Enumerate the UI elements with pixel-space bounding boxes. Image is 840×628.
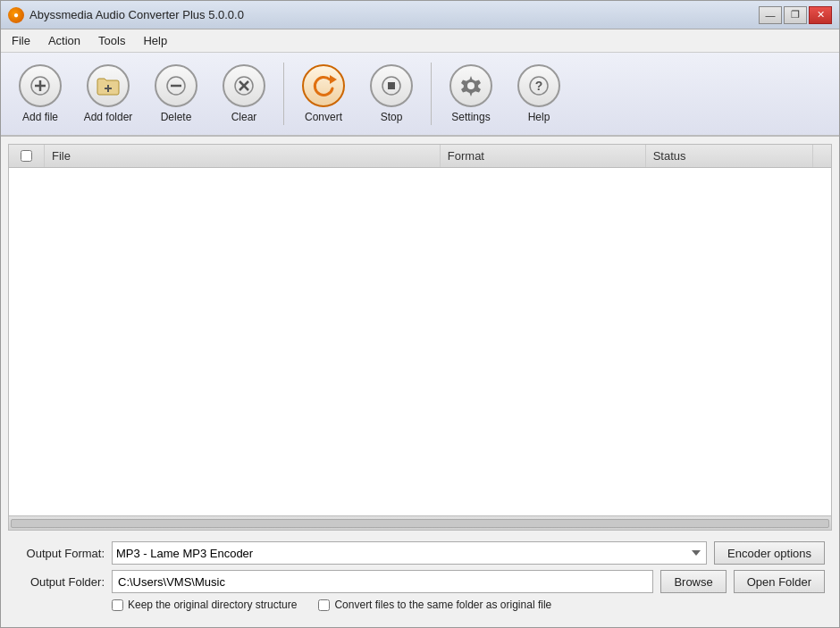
encoder-options-button[interactable]: Encoder options — [714, 541, 825, 565]
settings-label: Settings — [451, 111, 490, 123]
clear-button[interactable]: Clear — [212, 58, 276, 130]
add-folder-icon — [87, 64, 130, 107]
app-icon: ● — [8, 7, 24, 23]
maximize-button[interactable]: ❐ — [784, 6, 807, 24]
menu-file[interactable]: File — [4, 31, 38, 50]
output-format-select[interactable]: MP3 - Lame MP3 Encoder — [112, 541, 707, 565]
toolbar-separator — [283, 63, 284, 125]
bottom-panel: Output Format: MP3 - Lame MP3 Encoder En… — [8, 536, 832, 620]
col-format-label: Format — [448, 149, 484, 163]
table-body — [9, 168, 831, 515]
output-folder-label: Output Folder: — [15, 575, 105, 589]
open-folder-button[interactable]: Open Folder — [734, 570, 825, 593]
keep-dir-structure-checkbox[interactable] — [112, 599, 123, 611]
menu-help[interactable]: Help — [136, 31, 174, 50]
table-header: File Format Status — [9, 145, 831, 168]
checkbox-row: Keep the original directory structure Co… — [15, 599, 825, 615]
same-folder-item: Convert files to the same folder as orig… — [318, 599, 551, 611]
col-file-label: File — [52, 149, 71, 163]
svg-rect-12 — [388, 82, 395, 89]
same-folder-label: Convert files to the same folder as orig… — [334, 599, 551, 611]
output-folder-row: Output Folder: Browse Open Folder — [15, 570, 825, 593]
add-file-label: Add file — [22, 111, 58, 123]
help-icon: ? — [517, 64, 560, 107]
clear-icon — [223, 64, 265, 107]
toolbar-separator-2 — [431, 63, 432, 125]
main-content: File Format Status Output Format: — [1, 137, 839, 627]
header-checkbox-col — [9, 145, 45, 167]
header-file-col: File — [45, 145, 441, 167]
output-format-row: Output Format: MP3 - Lame MP3 Encoder En… — [15, 541, 825, 565]
help-label: Help — [528, 111, 550, 123]
minimize-button[interactable]: — — [759, 6, 782, 24]
add-file-icon — [19, 64, 62, 107]
window-title: Abyssmedia Audio Converter Plus 5.0.0.0 — [29, 8, 759, 21]
help-button[interactable]: ? Help — [507, 58, 571, 130]
stop-button[interactable]: Stop — [359, 58, 424, 130]
scrollbar-area — [9, 515, 831, 530]
output-folder-input[interactable] — [112, 570, 653, 593]
clear-label: Clear — [231, 111, 257, 123]
settings-icon — [449, 64, 492, 107]
delete-button[interactable]: Delete — [144, 58, 208, 130]
add-folder-button[interactable]: Add folder — [76, 58, 140, 130]
keep-dir-structure-item: Keep the original directory structure — [112, 599, 297, 611]
title-bar: ● Abyssmedia Audio Converter Plus 5.0.0.… — [1, 1, 839, 29]
browse-button[interactable]: Browse — [660, 570, 726, 593]
select-all-checkbox[interactable] — [21, 150, 32, 162]
keep-dir-structure-label: Keep the original directory structure — [128, 599, 297, 611]
svg-text:?: ? — [535, 79, 543, 93]
header-format-col: Format — [441, 145, 646, 167]
stop-label: Stop — [381, 111, 403, 123]
same-folder-checkbox[interactable] — [318, 599, 330, 611]
menu-action[interactable]: Action — [41, 31, 88, 50]
convert-button[interactable]: Convert — [291, 58, 356, 130]
header-status-col: Status — [646, 145, 813, 167]
file-table: File Format Status — [8, 144, 832, 531]
main-window: ● Abyssmedia Audio Converter Plus 5.0.0.… — [0, 0, 840, 628]
toolbar: Add file Add folder Delete Clear — [1, 53, 839, 137]
menu-tools[interactable]: Tools — [91, 31, 132, 50]
delete-label: Delete — [161, 111, 192, 123]
horizontal-scrollbar[interactable] — [11, 519, 829, 528]
convert-label: Convert — [305, 111, 342, 123]
menubar: File Action Tools Help — [1, 29, 839, 53]
stop-icon — [370, 64, 413, 107]
close-button[interactable]: ✕ — [809, 6, 832, 24]
delete-icon — [155, 64, 197, 107]
col-status-label: Status — [653, 149, 686, 163]
output-format-label: Output Format: — [15, 547, 105, 560]
convert-icon — [302, 64, 345, 107]
window-controls: — ❐ ✕ — [759, 6, 832, 24]
svg-marker-10 — [330, 75, 337, 84]
add-file-button[interactable]: Add file — [8, 58, 72, 130]
add-folder-label: Add folder — [84, 111, 133, 123]
svg-point-14 — [467, 82, 475, 89]
settings-button[interactable]: Settings — [439, 58, 503, 130]
